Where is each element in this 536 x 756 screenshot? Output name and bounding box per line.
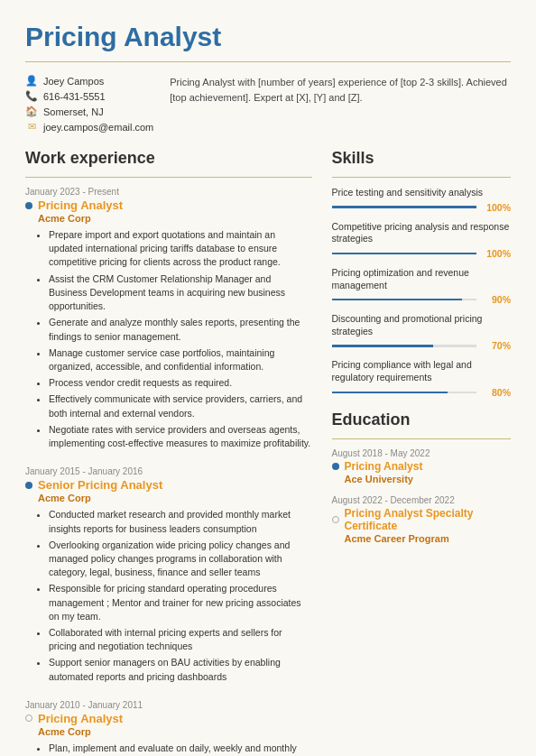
contact-col: 👤 Joey Campos 📞 616-431-5551 🏠 Somerset,… — [25, 75, 153, 133]
contact-email: ✉ joey.campos@email.com — [25, 121, 153, 133]
work-item: January 2023 - PresentPricing AnalystAcm… — [25, 187, 312, 450]
skill-item: Price testing and sensitivity analysis10… — [332, 187, 511, 213]
work-experience-col: Work experience January 2023 - PresentPr… — [25, 149, 312, 756]
work-company: Acme Corp — [38, 213, 312, 224]
work-bullet-item: Process vendor credit requests as requir… — [49, 376, 312, 390]
edu-item: August 2022 - December 2022Pricing Analy… — [332, 495, 511, 544]
work-job-title: Senior Pricing Analyst — [38, 478, 162, 492]
work-bullet-item: Prepare import and export quotations and… — [49, 228, 312, 270]
skill-label: Competitive pricing analysis and respons… — [332, 221, 511, 245]
bullet-circle — [25, 202, 32, 209]
work-bullet-item: Assist the CRM Customer Relationship Man… — [49, 272, 312, 314]
work-bullets: Prepare import and export quotations and… — [38, 228, 312, 450]
location-icon: 🏠 — [25, 106, 38, 117]
skill-bar-fill — [332, 392, 448, 394]
skill-pct: 70% — [482, 340, 511, 351]
work-date: January 2023 - Present — [25, 187, 312, 197]
contact-location: 🏠 Somerset, NJ — [25, 106, 153, 117]
skill-bar-bg — [332, 206, 476, 208]
work-title-row: Senior Pricing Analyst — [25, 478, 312, 492]
skill-bar-row: 90% — [332, 294, 511, 305]
skill-bar-bg — [332, 345, 476, 347]
main-content: Work experience January 2023 - PresentPr… — [25, 149, 511, 756]
skill-bar-fill — [332, 253, 476, 255]
skills-divider — [332, 177, 511, 178]
edu-item: August 2018 - May 2022Pricing AnalystAce… — [332, 448, 511, 484]
edu-title-row: Pricing Analyst Specialty Certificate — [332, 507, 511, 532]
edu-list: August 2018 - May 2022Pricing AnalystAce… — [332, 448, 511, 544]
edu-title-row: Pricing Analyst — [332, 460, 511, 473]
edu-bullet — [332, 516, 339, 523]
edu-bullet — [332, 463, 339, 470]
work-item: January 2010 - January 2011Pricing Analy… — [25, 700, 312, 756]
work-bullet-item: Manage customer service case portfolios,… — [49, 346, 312, 373]
work-date: January 2010 - January 2011 — [25, 700, 312, 710]
skill-item: Pricing optimization and revenue managem… — [332, 267, 511, 305]
skills-list: Price testing and sensitivity analysis10… — [332, 187, 511, 398]
resume-page: Pricing Analyst 👤 Joey Campos 📞 616-431-… — [0, 0, 536, 756]
contact-phone: 📞 616-431-5551 — [25, 90, 153, 102]
edu-divider — [332, 438, 511, 439]
work-bullet-item: Responsible for pricing standard operati… — [49, 582, 312, 623]
skill-label: Pricing optimization and revenue managem… — [332, 267, 511, 291]
work-bullet-item: Effectively communicate with service pro… — [49, 392, 312, 419]
work-jobs-list: January 2023 - PresentPricing AnalystAcm… — [25, 187, 312, 756]
work-bullet-item: Overlooking organization wide pricing po… — [49, 539, 312, 580]
skill-label: Discounting and promotional pricing stra… — [332, 313, 511, 337]
edu-date: August 2018 - May 2022 — [332, 448, 511, 458]
edu-degree: Pricing Analyst — [345, 460, 423, 473]
work-title-row: Pricing Analyst — [25, 198, 312, 212]
email-icon: ✉ — [25, 121, 38, 133]
skill-bar-fill — [332, 299, 462, 301]
work-experience-title: Work experience — [25, 149, 312, 168]
page-title: Pricing Analyst — [25, 22, 511, 52]
work-job-title: Pricing Analyst — [38, 712, 123, 725]
contact-summary: 👤 Joey Campos 📞 616-431-5551 🏠 Somerset,… — [25, 75, 511, 133]
skill-pct: 100% — [482, 202, 511, 213]
bullet-circle — [25, 715, 32, 722]
skill-bar-row: 100% — [332, 248, 511, 259]
work-bullet-item: Collaborated with internal pricing exper… — [49, 626, 312, 653]
skill-bar-fill — [332, 345, 433, 347]
skill-bar-bg — [332, 253, 476, 255]
work-company: Acme Corp — [38, 726, 312, 737]
work-bullet-item: Support senior managers on BAU activitie… — [49, 656, 312, 683]
edu-date: August 2022 - December 2022 — [332, 495, 511, 505]
work-title-row: Pricing Analyst — [25, 712, 312, 725]
skill-bar-fill — [332, 206, 476, 208]
right-col: Skills Price testing and sensitivity ana… — [332, 149, 511, 756]
work-company: Acme Corp — [38, 493, 312, 503]
summary-text: Pricing Analyst with [number of years] e… — [170, 75, 511, 133]
skill-label: Pricing compliance with legal and regula… — [332, 359, 511, 383]
phone-icon: 📞 — [25, 90, 38, 102]
work-bullet-item: Conducted market research and provided m… — [49, 508, 312, 535]
skill-bar-bg — [332, 299, 476, 301]
work-bullet-item: Plan, implement and evaluate on daily, w… — [49, 742, 312, 756]
header: Pricing Analyst 👤 Joey Campos 📞 616-431-… — [25, 22, 511, 133]
contact-name: 👤 Joey Campos — [25, 75, 153, 87]
work-divider — [25, 177, 312, 178]
work-bullets: Plan, implement and evaluate on daily, w… — [38, 742, 312, 756]
skill-label: Price testing and sensitivity analysis — [332, 187, 511, 199]
work-bullets: Conducted market research and provided m… — [38, 508, 312, 684]
skill-pct: 90% — [482, 294, 511, 305]
skills-section: Skills Price testing and sensitivity ana… — [332, 149, 511, 398]
bullet-circle — [25, 482, 32, 489]
person-icon: 👤 — [25, 75, 38, 87]
header-divider — [25, 61, 511, 62]
education-section: Education August 2018 - May 2022Pricing … — [332, 410, 511, 544]
skill-pct: 80% — [482, 387, 511, 398]
skill-item: Competitive pricing analysis and respons… — [332, 221, 511, 259]
work-bullet-item: Generate and analyze monthly sales repor… — [49, 316, 312, 343]
education-title: Education — [332, 410, 511, 429]
skill-bar-row: 80% — [332, 387, 511, 398]
edu-degree: Pricing Analyst Specialty Certificate — [345, 507, 511, 532]
skill-pct: 100% — [482, 248, 511, 259]
work-date: January 2015 - January 2016 — [25, 466, 312, 476]
work-bullet-item: Negotiate rates with service providers a… — [49, 423, 312, 450]
skill-bar-row: 70% — [332, 340, 511, 351]
skills-title: Skills — [332, 149, 511, 168]
work-item: January 2015 - January 2016Senior Pricin… — [25, 466, 312, 684]
skill-bar-row: 100% — [332, 202, 511, 213]
skill-bar-bg — [332, 392, 476, 394]
